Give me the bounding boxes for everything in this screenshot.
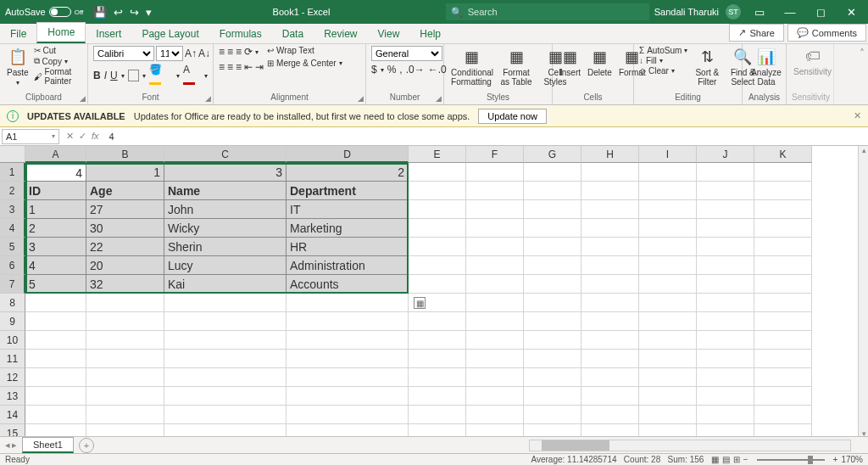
- cell-J3[interactable]: [697, 200, 754, 219]
- zoom-slider[interactable]: [757, 459, 825, 461]
- cell-F1[interactable]: [466, 163, 524, 182]
- row-head-11[interactable]: 11: [0, 350, 25, 368]
- cell-F4[interactable]: [466, 219, 524, 238]
- cell-G1[interactable]: [524, 163, 581, 182]
- cell-B12[interactable]: [86, 368, 164, 387]
- cell-A1[interactable]: 4: [25, 163, 86, 182]
- cell-C10[interactable]: [164, 331, 287, 350]
- cell-K11[interactable]: [754, 350, 812, 368]
- cell-A10[interactable]: [25, 331, 86, 350]
- cell-C13[interactable]: [164, 387, 287, 406]
- cell-A12[interactable]: [25, 368, 86, 387]
- cell-K10[interactable]: [754, 331, 812, 350]
- row-head-10[interactable]: 10: [0, 331, 25, 350]
- conditional-formatting-button[interactable]: ▦Conditional Formatting: [449, 46, 493, 88]
- sheet-tab-active[interactable]: Sheet1: [22, 437, 74, 453]
- select-all-corner[interactable]: [0, 146, 25, 163]
- cell-K1[interactable]: [754, 163, 812, 182]
- launcher-icon[interactable]: ◢: [358, 94, 364, 103]
- row-head-8[interactable]: 8: [0, 294, 25, 312]
- zoom-in-icon[interactable]: +: [833, 455, 838, 464]
- cell-D14[interactable]: [287, 406, 409, 424]
- tab-view[interactable]: View: [368, 25, 410, 43]
- cell-I13[interactable]: [639, 387, 697, 406]
- cell-B1[interactable]: 1: [86, 163, 164, 182]
- cell-J10[interactable]: [697, 331, 754, 350]
- cell-H1[interactable]: [581, 163, 639, 182]
- cell-K14[interactable]: [754, 406, 812, 424]
- sheet-prev-icon[interactable]: ◂: [5, 440, 10, 451]
- tab-file[interactable]: File: [0, 25, 36, 43]
- orientation-icon[interactable]: ⟳: [244, 46, 253, 58]
- cell-H6[interactable]: [581, 256, 639, 275]
- cell-H12[interactable]: [581, 368, 639, 387]
- row-head-3[interactable]: 3: [0, 200, 25, 219]
- cell-I14[interactable]: [639, 406, 697, 424]
- cell-B10[interactable]: [86, 331, 164, 350]
- col-head-C[interactable]: C: [164, 146, 287, 163]
- cell-J13[interactable]: [697, 387, 754, 406]
- col-head-H[interactable]: H: [581, 146, 639, 163]
- cell-J11[interactable]: [697, 350, 754, 368]
- format-painter-button[interactable]: 🖌Format Painter: [34, 67, 82, 86]
- cell-H8[interactable]: [581, 294, 639, 312]
- view-break-icon[interactable]: ⊞: [733, 455, 740, 464]
- cell-J1[interactable]: [697, 163, 754, 182]
- cell-E5[interactable]: [409, 238, 466, 256]
- cell-J4[interactable]: [697, 219, 754, 238]
- cell-K13[interactable]: [754, 387, 812, 406]
- cell-A9[interactable]: [25, 312, 86, 331]
- indent-inc-icon[interactable]: ⇥: [255, 61, 264, 73]
- copy-button[interactable]: ⧉Copy▾: [34, 56, 82, 66]
- cell-G4[interactable]: [524, 219, 581, 238]
- cell-C2[interactable]: Name: [164, 182, 287, 200]
- vertical-scrollbar[interactable]: ▴ ▾: [858, 146, 868, 441]
- cell-F8[interactable]: [466, 294, 524, 312]
- cell-K5[interactable]: [754, 238, 812, 256]
- cell-F11[interactable]: [466, 350, 524, 368]
- underline-button[interactable]: U: [110, 70, 118, 81]
- inc-decimal-icon[interactable]: .0→: [406, 64, 425, 76]
- cell-B2[interactable]: Age: [86, 182, 164, 200]
- font-name-select[interactable]: Calibri: [93, 46, 154, 61]
- fill-button[interactable]: ↓Fill▾: [639, 56, 687, 65]
- cell-C6[interactable]: Lucy: [164, 256, 287, 275]
- cell-D8[interactable]: [287, 294, 409, 312]
- cell-A13[interactable]: [25, 387, 86, 406]
- insert-cells-button[interactable]: ▦Insert: [558, 46, 582, 79]
- cell-C8[interactable]: [164, 294, 287, 312]
- cell-H14[interactable]: [581, 406, 639, 424]
- align-top-icon[interactable]: ≡: [219, 46, 225, 58]
- cell-E1[interactable]: [409, 163, 466, 182]
- cell-B5[interactable]: 22: [86, 238, 164, 256]
- row-head-9[interactable]: 9: [0, 312, 25, 331]
- currency-icon[interactable]: $: [371, 64, 377, 76]
- cell-B6[interactable]: 20: [86, 256, 164, 275]
- align-bot-icon[interactable]: ≡: [236, 46, 242, 58]
- cell-D1[interactable]: 2: [287, 163, 409, 182]
- launcher-icon[interactable]: ◢: [80, 94, 86, 103]
- cell-I9[interactable]: [639, 312, 697, 331]
- cell-E11[interactable]: [409, 350, 466, 368]
- cell-F12[interactable]: [466, 368, 524, 387]
- col-head-A[interactable]: A: [25, 146, 86, 163]
- cell-H10[interactable]: [581, 331, 639, 350]
- cell-F10[interactable]: [466, 331, 524, 350]
- tab-data[interactable]: Data: [272, 25, 314, 43]
- grow-font-icon[interactable]: A↑: [185, 48, 197, 59]
- row-head-1[interactable]: 1: [0, 163, 25, 182]
- fx-icon[interactable]: fx: [92, 131, 99, 142]
- col-head-G[interactable]: G: [524, 146, 581, 163]
- comma-icon[interactable]: ,: [399, 64, 402, 76]
- row-head-13[interactable]: 13: [0, 387, 25, 406]
- col-head-E[interactable]: E: [409, 146, 466, 163]
- cell-A11[interactable]: [25, 350, 86, 368]
- col-head-B[interactable]: B: [86, 146, 164, 163]
- cell-J7[interactable]: [697, 275, 754, 294]
- cell-G2[interactable]: [524, 182, 581, 200]
- indent-dec-icon[interactable]: ⇤: [244, 61, 253, 73]
- cell-I6[interactable]: [639, 256, 697, 275]
- cell-G10[interactable]: [524, 331, 581, 350]
- cell-E9[interactable]: [409, 312, 466, 331]
- cell-B3[interactable]: 27: [86, 200, 164, 219]
